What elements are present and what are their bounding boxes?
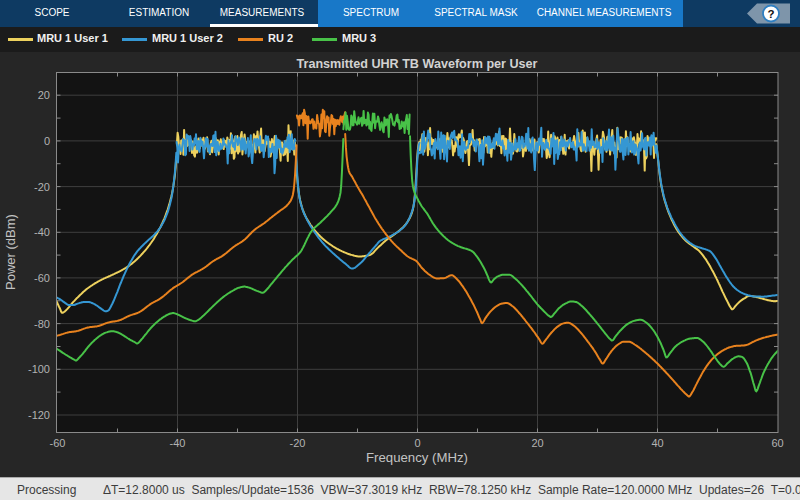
svg-text:Frequency (MHz): Frequency (MHz) — [366, 450, 468, 465]
svg-text:-20: -20 — [290, 437, 306, 449]
svg-text:-120: -120 — [28, 409, 50, 421]
svg-text:60: 60 — [771, 437, 783, 449]
svg-text:-100: -100 — [28, 363, 50, 375]
svg-text:0: 0 — [414, 437, 420, 449]
svg-text:Transmitted UHR TB Waveform pe: Transmitted UHR TB Waveform per User — [297, 57, 538, 71]
svg-text:0: 0 — [44, 135, 50, 147]
svg-text:40: 40 — [651, 437, 663, 449]
svg-text:20: 20 — [531, 437, 543, 449]
svg-text:Power (dBm): Power (dBm) — [3, 214, 18, 290]
svg-text:-60: -60 — [50, 437, 66, 449]
svg-text:-40: -40 — [34, 226, 50, 238]
svg-text:-80: -80 — [34, 318, 50, 330]
svg-text:-60: -60 — [34, 272, 50, 284]
svg-text:-40: -40 — [170, 437, 186, 449]
svg-text:20: 20 — [38, 89, 50, 101]
svg-text:?: ? — [767, 8, 774, 20]
svg-text:-20: -20 — [34, 181, 50, 193]
